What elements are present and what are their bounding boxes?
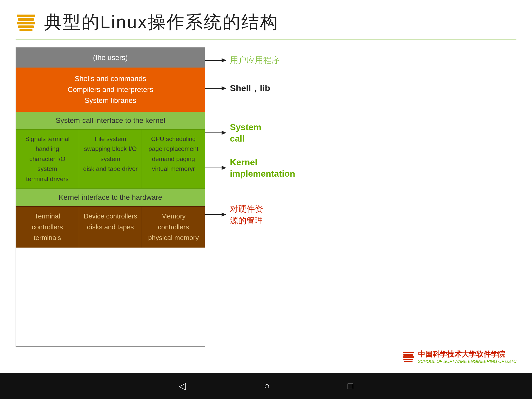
svg-rect-4 (19, 29, 32, 31)
annotation-kernel-text: Kernel implementation (230, 156, 295, 179)
arrow-hw (205, 214, 226, 215)
slide-title: 典型的Linux操作系统的结构 (44, 10, 279, 34)
footer-text: 中国科学技术大学软件学院 SCHOOL OF SOFTWARE ENGINEER… (418, 349, 516, 364)
nav-home-button[interactable]: ○ (264, 381, 270, 391)
svg-rect-9 (404, 361, 413, 362)
controller-col-memory: Memory controllers physical memory (142, 207, 205, 248)
annotations-panel: 用户应用程序 Shell，lib System call Kernel (205, 47, 516, 347)
kernel-col-1: Signals terminal handling character I/O … (16, 130, 79, 188)
annotation-hw-text: 对硬件资 源的管理 (230, 203, 263, 227)
footer-logo: 中国科学技术大学软件学院 SCHOOL OF SOFTWARE ENGINEER… (402, 349, 516, 364)
annotation-shell: Shell，lib (205, 82, 270, 94)
controller-col-terminal: Terminal controllers terminals (16, 207, 79, 248)
footer-logo-icon (402, 350, 415, 363)
svg-rect-7 (403, 356, 414, 358)
slide-area: 典型的Linux操作系统的结构 (the users) Shells and c… (0, 0, 532, 373)
arrow-users (205, 60, 226, 61)
arrow-kernel (205, 168, 226, 168)
arrow-shell (205, 88, 226, 89)
annotation-kernel: Kernel implementation (205, 156, 295, 179)
controller-col-device: Device controllers disks and tapes (79, 207, 142, 248)
layer-kernel: Signals terminal handling character I/O … (16, 129, 205, 188)
layer-syscall: System-call interface to the kernel (16, 112, 205, 129)
layer-users: (the users) (16, 48, 205, 68)
annotation-users: 用户应用程序 (205, 55, 280, 66)
android-nav-bar: ◁ ○ □ (0, 373, 532, 399)
svg-rect-0 (17, 15, 35, 17)
svg-rect-5 (403, 352, 414, 353)
slide-header: 典型的Linux操作系统的结构 (16, 10, 516, 34)
layer-hw-interface: Kernel interface to the hardware (16, 188, 205, 206)
nav-back-button[interactable]: ◁ (179, 381, 186, 391)
arrow-syscall (205, 132, 226, 133)
svg-rect-2 (17, 22, 35, 24)
logo-icon (16, 12, 36, 33)
svg-rect-1 (18, 18, 34, 21)
kernel-col-3: CPU scheduling page replacement demand p… (142, 130, 205, 188)
layer-shell: Shells and commands Compilers and interp… (16, 68, 205, 112)
annotation-syscall: System call (205, 121, 261, 144)
content-area: (the users) Shells and commands Compiler… (16, 47, 516, 347)
svg-rect-8 (403, 359, 413, 360)
svg-rect-3 (18, 25, 34, 28)
nav-recent-button[interactable]: □ (348, 381, 353, 391)
kernel-col-2: File system swapping block I/O system di… (79, 130, 142, 188)
linux-structure-diagram: (the users) Shells and commands Compiler… (16, 47, 205, 347)
footer: 中国科学技术大学软件学院 SCHOOL OF SOFTWARE ENGINEER… (16, 347, 516, 365)
layer-controllers: Terminal controllers terminals Device co… (16, 206, 205, 248)
annotation-hw: 对硬件资 源的管理 (205, 203, 263, 227)
annotation-users-text: 用户应用程序 (230, 55, 280, 66)
annotation-shell-text: Shell，lib (230, 82, 270, 94)
footer-cn-text: 中国科学技术大学软件学院 (418, 349, 505, 359)
footer-en-text: SCHOOL OF SOFTWARE ENGINEERING OF USTC (418, 359, 516, 364)
svg-rect-6 (403, 354, 413, 356)
annotation-syscall-text: System call (230, 121, 261, 144)
header-divider (16, 39, 516, 39)
